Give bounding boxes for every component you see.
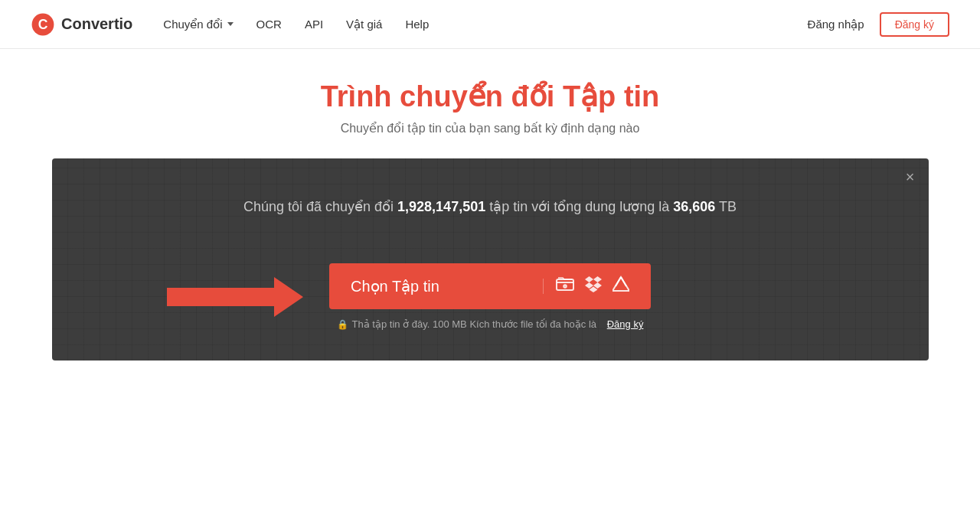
main-nav: Chuyển đổi OCR API Vật giá Help	[163, 18, 807, 31]
choose-file-button[interactable]: Chọn Tập tin	[329, 263, 651, 309]
upload-icon-set	[556, 276, 629, 297]
header-right: Đăng nhập Đăng ký	[808, 12, 949, 37]
url-upload-icon[interactable]	[556, 276, 574, 296]
red-arrow	[167, 274, 305, 320]
upload-btn-area: Chọn Tập tin	[329, 263, 651, 330]
icon-separator	[543, 279, 544, 294]
nav-item-api[interactable]: API	[305, 18, 323, 31]
arrow-container	[167, 274, 305, 320]
stats-size: 36,606	[673, 199, 715, 214]
svg-marker-6	[593, 276, 602, 282]
logo-icon: C	[31, 12, 55, 37]
svg-marker-10	[612, 277, 629, 291]
signup-link[interactable]: Đăng ký	[607, 318, 644, 330]
lock-icon: 🔒	[337, 319, 348, 330]
page-title: Trình chuyển đổi Tập tin	[321, 80, 660, 113]
header: C Convertio Chuyển đổi OCR API Vật giá H…	[0, 0, 980, 49]
upload-box: × Chúng tôi đã chuyển đổi 1,928,147,501 …	[52, 158, 929, 361]
nav-item-chuyen-doi[interactable]: Chuyển đổi	[163, 18, 233, 31]
stats-count: 1,928,147,501	[397, 199, 485, 214]
svg-marker-2	[167, 277, 303, 317]
nav-item-vat-gia[interactable]: Vật giá	[346, 18, 382, 31]
svg-marker-5	[585, 276, 593, 282]
gdrive-upload-icon[interactable]	[612, 276, 629, 297]
svg-line-12	[621, 277, 626, 286]
stats-text: Chúng tôi đã chuyển đổi 1,928,147,501 tậ…	[75, 197, 906, 217]
arrow-icon	[167, 274, 305, 320]
close-button[interactable]: ×	[906, 169, 915, 184]
nav-item-help[interactable]: Help	[405, 18, 429, 31]
logo[interactable]: C Convertio	[31, 12, 132, 37]
drop-hint: 🔒 Thả tập tin ở đây. 100 MB Kích thước f…	[337, 318, 644, 330]
dropbox-upload-icon[interactable]	[585, 276, 602, 297]
login-link[interactable]: Đăng nhập	[808, 18, 864, 31]
main-content: Trình chuyển đổi Tập tin Chuyển đổi tập …	[0, 49, 980, 361]
chevron-down-icon	[227, 22, 234, 26]
page-subtitle: Chuyển đổi tập tin của bạn sang bất kỳ đ…	[341, 121, 640, 135]
svg-line-11	[616, 277, 621, 286]
upload-section: Chọn Tập tin	[75, 263, 906, 330]
logo-text: Convertio	[61, 15, 132, 33]
register-button[interactable]: Đăng ký	[880, 12, 949, 37]
nav-item-ocr[interactable]: OCR	[256, 18, 282, 31]
upload-btn-label: Chọn Tập tin	[351, 277, 531, 295]
svg-text:C: C	[38, 16, 48, 31]
